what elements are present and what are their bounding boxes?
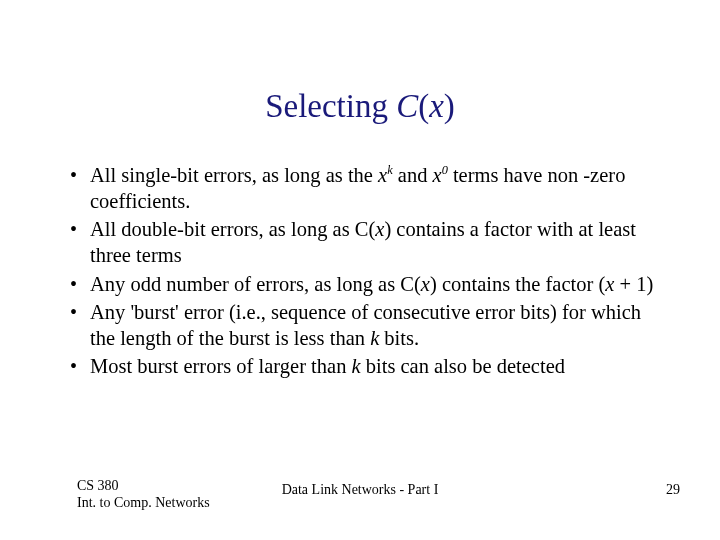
math-var: x <box>421 273 430 295</box>
math-fn: C <box>355 218 369 240</box>
title-func: C <box>396 88 418 124</box>
title-paren-open: ( <box>418 88 429 124</box>
title-text: Selecting <box>265 88 396 124</box>
bullet-text: bits. <box>379 327 419 349</box>
bullet-text: bits can also be detected <box>361 355 565 377</box>
slide-title: Selecting C(x) <box>0 88 720 125</box>
math-var: k <box>352 355 361 377</box>
bullet-text: contains the factor ( <box>437 273 605 295</box>
title-paren-close: ) <box>444 88 455 124</box>
list-item: Any 'burst' error (i.e., sequence of con… <box>70 300 670 351</box>
page-number: 29 <box>666 482 680 498</box>
list-item: Any odd number of errors, as long as C(x… <box>70 272 670 298</box>
math-var: x <box>375 218 384 240</box>
bullet-text: Any 'burst' error (i.e., sequence of con… <box>90 301 641 349</box>
title-var: x <box>429 88 444 124</box>
math-var: x <box>378 164 387 186</box>
math-var: x <box>433 164 442 186</box>
list-item: All double-bit errors, as long as C(x) c… <box>70 217 670 268</box>
bullet-text: All double-bit errors, as long as <box>90 218 355 240</box>
bullet-text: + 1) <box>614 273 653 295</box>
footer-center: Data Link Networks - Part I <box>0 482 720 498</box>
bullet-text: All single-bit errors, as long as the <box>90 164 378 186</box>
paren: ( <box>414 273 421 295</box>
slide: Selecting C(x) All single-bit errors, as… <box>0 0 720 540</box>
list-item: All single-bit errors, as long as the xk… <box>70 163 670 214</box>
paren: ) <box>430 273 437 295</box>
bullet-text: and <box>393 164 433 186</box>
math-var: x <box>605 273 614 295</box>
math-var: k <box>370 327 379 349</box>
bullet-text: Most burst errors of larger than <box>90 355 352 377</box>
bullet-text: Any odd number of errors, as long as <box>90 273 400 295</box>
list-item: Most burst errors of larger than k bits … <box>70 354 670 380</box>
bullet-list: All single-bit errors, as long as the xk… <box>70 163 670 383</box>
math-fn: C <box>400 273 414 295</box>
